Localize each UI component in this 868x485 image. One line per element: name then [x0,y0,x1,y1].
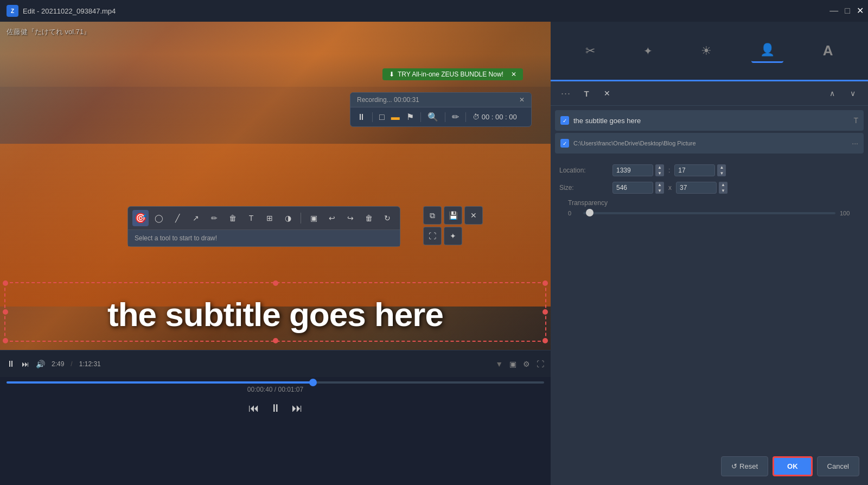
sub-tb-dots-btn[interactable]: ··· [557,86,575,101]
draw-tool-grid[interactable]: ⊞ [261,210,278,226]
size-w-down[interactable]: ▼ [655,188,664,194]
rt-tool-text[interactable]: A [814,38,842,63]
draw-extra-x-btn[interactable]: ✕ [464,206,483,225]
subtitle-checkbox-2[interactable]: ✓ [560,139,569,148]
size-h-spinner[interactable]: ▲ ▼ [719,182,727,194]
size-w-spinner[interactable]: ▲ ▼ [655,182,664,194]
try-banner[interactable]: ⬇ TRY All-in-one ZEUS BUNDLE Now! ✕ [382,68,523,80]
draw-tool-undo[interactable]: ↩ [324,210,340,226]
recording-title-bar: Recording... 00:00:31 ✕ [350,93,531,107]
transparency-handle[interactable] [586,209,593,216]
window-title: Edit - 20211022_093847.mp4 [23,7,116,15]
recording-timer: ⏱ 00 : 00 : 00 [473,113,517,121]
sub-tb-up-btn[interactable]: ∧ [824,86,841,101]
location-y-down[interactable]: ▼ [717,170,726,176]
recording-pause-btn[interactable]: ⏸ [357,112,366,122]
subtitle-list: ✓ the subtitle goes here T ✓ C:\Users\fr… [551,106,868,158]
recording-rect-btn[interactable]: □ [379,112,385,122]
subtitle-checkbox-1[interactable]: ✓ [560,116,569,125]
ok-button[interactable]: OK [773,456,813,476]
volume-icon[interactable]: 🔊 [36,360,45,368]
size-h-group: ▲ ▼ [676,182,727,194]
progress-handle[interactable] [309,379,317,386]
draw-tool-arrow[interactable]: ↗ [188,210,204,226]
subtitle-type-icon-2: ··· [852,139,858,148]
next-frame-btn[interactable]: ⏭ [22,360,29,368]
video-area[interactable]: 佐藤健『たけてれ vol.71』 ⬇ TRY All-in-one ZEUS B… [0,22,551,350]
recording-color-btn[interactable]: ▬ [391,112,400,122]
transparency-slider[interactable] [583,212,835,214]
rewind-btn[interactable]: ⏮ [248,402,259,414]
size-w-up[interactable]: ▲ [655,182,664,188]
subtitle-item-2[interactable]: ✓ C:\Users\franc\OneDrive\Desktop\Blog P… [555,133,864,154]
draw-tool-delete[interactable]: 🗑 [361,210,377,226]
draw-tool-line[interactable]: ╱ [169,210,186,226]
draw-extra-panel: ⧉ 💾 ✕ ⛶ ✦ [423,206,483,245]
location-x-up[interactable]: ▲ [655,164,664,170]
minimize-button[interactable]: — [829,7,838,15]
draw-tool-pencil[interactable]: ✏ [206,210,222,226]
size-row: Size: ▲ ▼ x ▲ ▼ [559,182,859,194]
location-x-input[interactable] [612,164,653,176]
size-w-input[interactable] [612,182,653,194]
draw-tool-clear[interactable]: ↻ [379,210,395,226]
location-y-spinner[interactable]: ▲ ▼ [717,164,726,176]
transparency-max: 100 [840,210,851,216]
progress-fill [7,381,313,384]
reset-button[interactable]: ↺ Reset [721,456,768,476]
draw-tool-redo[interactable]: ↪ [342,210,359,226]
size-h-input[interactable] [676,182,717,194]
recording-zoom-btn[interactable]: 🔍 [427,112,438,122]
draw-tool-fill[interactable]: ◑ [280,210,296,226]
draw-extra-expand-btn[interactable]: ⛶ [423,227,442,245]
size-h-down[interactable]: ▼ [719,188,727,194]
location-x-down[interactable]: ▼ [655,170,664,176]
draw-extra-dropper-btn[interactable]: ✦ [444,227,462,245]
layout-btn[interactable]: ▣ [509,360,516,368]
maximize-button[interactable]: □ [845,7,850,15]
right-panel: ✂ ✦ ☀ 👤 A ··· T ✕ ∧ ∨ [551,22,868,485]
subtitle-item-1[interactable]: ✓ the subtitle goes here T [555,110,864,131]
transparency-bar-row: 0 100 [568,210,851,216]
cancel-button[interactable]: Cancel [817,456,859,476]
location-y-up[interactable]: ▲ [717,164,726,170]
settings-btn[interactable]: ⚙ [523,360,530,368]
sub-tb-close-btn[interactable]: ✕ [598,86,616,101]
location-x-spinner[interactable]: ▲ ▼ [655,164,664,176]
recording-annotation-btn[interactable]: ✏ [452,112,459,122]
draw-extra-save-btn[interactable]: 💾 [444,206,462,225]
subtitle-type-icon-1: T [853,116,858,125]
draw-tool-cursor[interactable]: 🎯 [132,210,149,226]
play-pause-btn[interactable]: ⏸ [7,359,15,369]
rec-separator-4 [465,112,466,122]
subtitle-text-1: the subtitle goes here [573,117,849,125]
draw-tool-text[interactable]: T [243,210,259,226]
size-w-group: ▲ ▼ [612,182,664,194]
video-subtitle-text[interactable]: the subtitle goes here [0,295,551,334]
recording-status-text: Recording... 00:00:31 [357,96,419,104]
progress-bar[interactable] [7,381,544,384]
draw-tool-bucket[interactable]: ▣ [305,210,322,226]
recording-flag-btn[interactable]: ⚑ [406,112,414,122]
quality-dropdown-btn[interactable]: ▼ [495,360,503,368]
size-h-up[interactable]: ▲ [719,182,727,188]
recording-dialog[interactable]: Recording... 00:00:31 ✕ ⏸ □ ▬ ⚑ 🔍 ✏ ⏱ [350,92,532,127]
rt-tool-adjust[interactable]: ☀ [692,40,720,62]
forward-btn[interactable]: ⏭ [292,402,303,414]
draw-extra-copy-btn[interactable]: ⧉ [423,206,442,225]
sub-tb-text-btn[interactable]: T [578,86,595,101]
progress-area[interactable]: 00:00:40 / 00:01:07 [0,377,551,398]
draw-tool-shape[interactable]: ◯ [151,210,167,226]
rt-tool-profile[interactable]: 👤 [751,39,783,63]
pause-btn[interactable]: ⏸ [270,402,281,414]
recording-close-btn[interactable]: ✕ [519,96,525,104]
fullscreen-btn[interactable]: ⛶ [537,360,544,368]
close-button[interactable]: ✕ [857,7,864,15]
rec-separator-1 [372,112,373,122]
drawing-toolbar[interactable]: 🎯 ◯ ╱ ↗ ✏ 🗑 T ⊞ ◑ ▣ ↩ ↪ 🗑 ↻ [127,206,400,247]
draw-tool-eraser[interactable]: 🗑 [225,210,241,226]
rt-tool-magic[interactable]: ✦ [635,40,661,62]
rt-tool-cut[interactable]: ✂ [577,40,604,62]
sub-tb-down-btn[interactable]: ∨ [844,86,861,101]
location-y-input[interactable] [674,164,715,176]
